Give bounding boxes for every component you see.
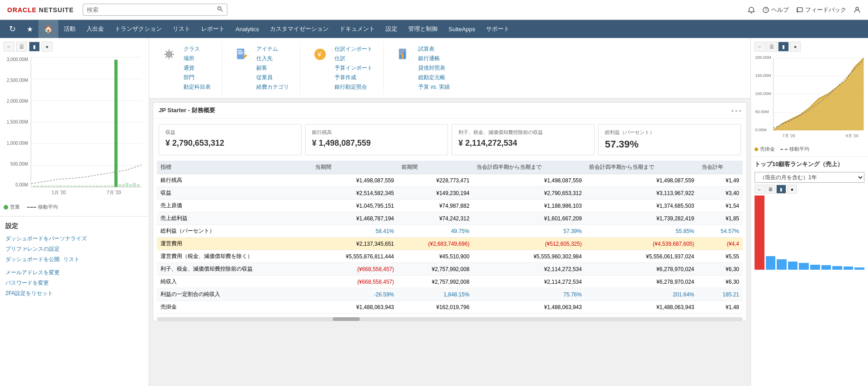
chart-bar-btn[interactable]: ▮ xyxy=(29,42,40,52)
top10-table-btn[interactable]: ☰ xyxy=(765,185,775,194)
nav-management[interactable]: 管理と制御 xyxy=(403,20,443,38)
settings-list[interactable]: リスト xyxy=(63,256,80,263)
settings-password[interactable]: パスワードを変更 xyxy=(5,279,143,287)
nav-home[interactable]: 🏠 xyxy=(38,20,58,38)
bar-13 xyxy=(77,186,80,187)
right-table-btn[interactable]: ☰ xyxy=(766,42,777,52)
nav-report[interactable]: レポート xyxy=(196,20,230,38)
table-cell: 純収入 xyxy=(157,276,311,288)
right-legend-dot xyxy=(755,148,758,151)
settings-preferences[interactable]: プリファレンスの設定 xyxy=(5,245,143,253)
top10-period-select[interactable]: （現在の月を含む）1年 xyxy=(755,172,864,183)
nav-support[interactable]: サポート xyxy=(481,20,515,38)
menu-general-ledger[interactable]: 総勘定元帳 xyxy=(418,74,450,81)
table-cell: 銀行残高 xyxy=(157,174,311,187)
menu-employee[interactable]: 従業員 xyxy=(256,74,289,81)
menu-account-chart[interactable]: 勘定科目表 xyxy=(184,83,211,91)
menu-currency[interactable]: 通貨 xyxy=(184,64,211,72)
menu-bank-reconcile[interactable]: 銀行勘定照合 xyxy=(335,83,373,91)
menu-department[interactable]: 部門 xyxy=(184,74,211,81)
menu-expense-cat[interactable]: 経費カテゴリ xyxy=(256,83,289,91)
scrollbar-thumb[interactable] xyxy=(333,317,360,321)
top10-bar-6-wrap xyxy=(810,195,820,270)
right-legend-avg-label: 移動平均 xyxy=(789,146,809,152)
settings-publish[interactable]: ダッシュボードを公開 xyxy=(5,256,60,263)
search-button[interactable] xyxy=(217,6,223,14)
nav-suiteapps[interactable]: SuiteApps xyxy=(443,20,481,38)
table-row: 純収入(¥668,558,457)¥2,757,992,008¥2,114,27… xyxy=(157,276,743,288)
menu-budget-create[interactable]: 予算作成 xyxy=(335,74,373,81)
menu-location[interactable]: 場所 xyxy=(184,55,211,62)
nav-transactions[interactable]: トランザクション xyxy=(109,20,167,38)
chart-dot-btn[interactable]: ● xyxy=(42,42,52,52)
menu-budget-import[interactable]: 予算インポート xyxy=(335,64,373,72)
nav-activity[interactable]: 活動 xyxy=(58,20,81,38)
top10-bar-8 xyxy=(832,266,842,270)
top10-back-btn[interactable]: ← xyxy=(755,185,764,194)
top10-bar-5-wrap xyxy=(799,195,809,270)
table-cell: 58.41% xyxy=(311,225,398,238)
finance-card-label-1: 銀行残高 xyxy=(312,129,441,136)
bar-chart-inner: 1月 '20 7月 '20 xyxy=(31,57,142,187)
top10-bar-10-wrap xyxy=(854,195,864,270)
svg-text:0.00M: 0.00M xyxy=(755,128,767,132)
bar-20 xyxy=(104,186,106,187)
search-input[interactable] xyxy=(87,6,217,13)
top10-bar-btn[interactable]: ▮ xyxy=(776,185,786,194)
chart-table-btn[interactable]: ☰ xyxy=(16,42,27,52)
svg-text:50.00M: 50.00M xyxy=(755,110,769,114)
chart-doc-icon-container xyxy=(395,45,413,63)
notifications-button[interactable] xyxy=(748,6,755,14)
bar-29 xyxy=(137,184,140,187)
finance-section: JP Starter - 財務概要 • • • 収益 ¥ 2,790,653,3… xyxy=(153,102,747,321)
settings-2fa[interactable]: 2FA設定をリセット xyxy=(5,290,143,297)
nav-analytics[interactable]: Analytics xyxy=(230,20,264,38)
table-cell: ¥2,514,582,345 xyxy=(311,187,398,200)
menu-journal[interactable]: 仕訳 xyxy=(335,55,373,62)
nav-customization[interactable]: カスタマイゼーション xyxy=(264,20,334,38)
menu-area: クラス 場所 通貨 部門 勘定科目表 xyxy=(149,38,750,99)
right-back-btn[interactable]: ← xyxy=(755,42,765,52)
finance-card-label-2: 利子、税金、減価償却費控除前の収益 xyxy=(458,129,588,136)
top10-dot-btn[interactable]: ● xyxy=(787,185,797,194)
menu-balance-sheet[interactable]: 貸借対照表 xyxy=(418,64,450,72)
right-chart-area: ← ☰ ▮ ● 200.00M 150.00M 100.00M 50.00M 0… xyxy=(751,38,868,157)
table-cell: -26.59% xyxy=(311,288,398,301)
finance-card-value-1: ¥ 1,498,087,559 xyxy=(312,138,441,148)
table-cell: ¥1,601,667,209 xyxy=(473,212,585,225)
table-cell: ¥2,114,272,534 xyxy=(473,263,585,276)
right-legend-accounts: 売掛金 xyxy=(755,146,775,152)
table-cell: 185.21 xyxy=(698,288,743,301)
right-chart-legend: 売掛金 移動平均 xyxy=(755,146,864,152)
menu-trial-balance[interactable]: 試算表 xyxy=(418,45,450,53)
nav-recent[interactable]: ↻ xyxy=(4,20,21,38)
right-dot-btn[interactable]: ● xyxy=(790,42,801,52)
finance-card-bank: 銀行残高 ¥ 1,498,087,559 xyxy=(305,124,448,155)
settings-personalize[interactable]: ダッシュボードをパーソナライズ xyxy=(5,235,143,243)
table-cell: 売上総利益 xyxy=(157,212,311,225)
menu-item[interactable]: アイテム xyxy=(256,45,289,53)
right-bar-btn[interactable]: ▮ xyxy=(778,42,789,52)
table-cell: ¥2,757,992,008 xyxy=(398,263,473,276)
menu-customer[interactable]: 顧客 xyxy=(256,64,289,72)
nav-document[interactable]: ドキュメント xyxy=(334,20,380,38)
help-button[interactable]: ? ヘルプ xyxy=(762,6,789,14)
table-cell: ¥228,773,471 xyxy=(398,174,473,187)
settings-email[interactable]: メールアドレスを変更 xyxy=(5,269,143,276)
menu-vendor[interactable]: 仕入先 xyxy=(256,55,289,62)
menu-budget-vs-actual[interactable]: 予算 vs. 実績 xyxy=(418,83,450,91)
nav-settings[interactable]: 設定 xyxy=(380,20,403,38)
menu-class[interactable]: クラス xyxy=(184,45,211,53)
user-button[interactable] xyxy=(854,6,861,14)
nav-list[interactable]: リスト xyxy=(167,20,196,38)
nav-favorites[interactable]: ★ xyxy=(21,20,38,38)
feedback-button[interactable]: フィードバック xyxy=(796,6,846,14)
menu-bank-statement[interactable]: 銀行通帳 xyxy=(418,55,450,62)
svg-point-7 xyxy=(167,52,170,56)
nav-finance[interactable]: 入出金 xyxy=(81,20,109,38)
table-scrollbar[interactable] xyxy=(157,317,743,321)
y-label-5: 500.00M xyxy=(10,162,28,167)
table-cell: 収益 xyxy=(157,187,311,200)
menu-journal-import[interactable]: 仕訳インポート xyxy=(335,45,373,53)
chart-back-btn[interactable]: ← xyxy=(4,42,14,52)
